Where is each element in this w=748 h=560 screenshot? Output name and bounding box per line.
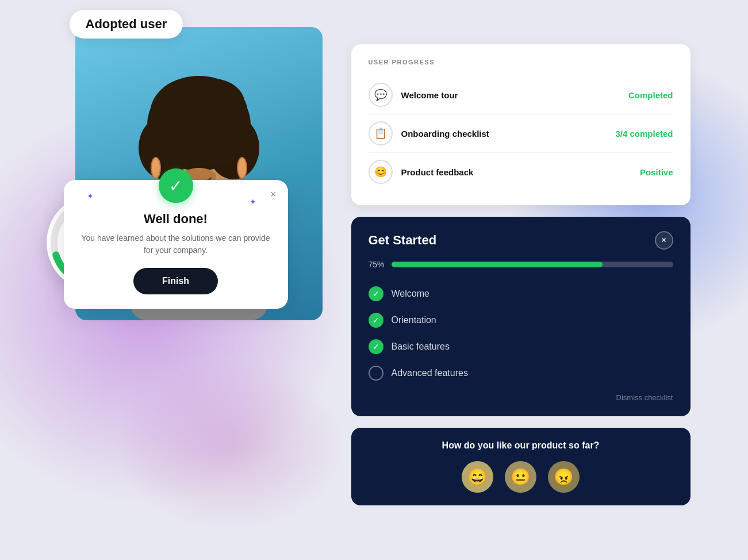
welcome-tour-icon: 💬 bbox=[369, 83, 393, 107]
modal-close-button[interactable]: × bbox=[270, 189, 277, 201]
progress-bar-row: 75% bbox=[369, 260, 673, 269]
check-circle-basic: ✓ bbox=[369, 339, 383, 354]
welcome-tour-status: Completed bbox=[628, 90, 673, 100]
feedback-status: Positive bbox=[640, 167, 673, 177]
progress-item-welcome-tour: 💬 Welcome tour Completed bbox=[369, 76, 673, 114]
svg-point-14 bbox=[151, 158, 160, 178]
check-circle-welcome: ✓ bbox=[369, 286, 383, 301]
get-started-title: Get Started bbox=[369, 233, 437, 248]
success-checkmark: ✓ bbox=[159, 168, 193, 203]
checklist-item-welcome[interactable]: ✓ Welcome bbox=[369, 281, 673, 307]
check-circle-advanced bbox=[369, 366, 383, 381]
sparkle-icon-1: ✦ bbox=[87, 191, 94, 201]
dismiss-checklist-link[interactable]: Dismiss checklist bbox=[369, 393, 673, 402]
progress-bar-fill bbox=[392, 262, 603, 267]
get-started-header: Get Started × bbox=[369, 231, 673, 250]
checklist-label-welcome: Welcome bbox=[392, 289, 429, 299]
main-container: Adopted user bbox=[58, 27, 691, 533]
feedback-icon: 😊 bbox=[369, 160, 393, 184]
onboarding-icon: 📋 bbox=[369, 121, 393, 145]
emoji-angry-button[interactable]: 😠 bbox=[548, 461, 580, 493]
progress-item-feedback: 😊 Product feedback Positive bbox=[369, 153, 673, 191]
left-side: Adopted user bbox=[58, 27, 334, 320]
svg-point-13 bbox=[206, 156, 217, 168]
checklist-item-basic[interactable]: ✓ Basic features bbox=[369, 333, 673, 360]
adopted-user-badge: Adopted user bbox=[70, 10, 183, 39]
modal-title: Well done! bbox=[81, 212, 271, 227]
feedback-question: How do you like our product so far? bbox=[369, 440, 673, 451]
checklist-label-orientation: Orientation bbox=[392, 315, 436, 325]
feedback-card: How do you like our product so far? 😄 😐 … bbox=[351, 428, 691, 505]
emoji-neutral: 😐 bbox=[511, 467, 531, 486]
get-started-close-button[interactable]: × bbox=[655, 231, 673, 250]
emoji-happy-button[interactable]: 😄 bbox=[462, 461, 493, 493]
get-started-card: Get Started × 75% ✓ Welcome ✓ Orientatio… bbox=[351, 217, 691, 416]
feedback-label: Product feedback bbox=[401, 167, 631, 177]
onboarding-status: 3/4 completed bbox=[615, 129, 673, 139]
onboarding-label: Onboarding checklist bbox=[401, 129, 607, 139]
checklist-label-advanced: Advanced features bbox=[392, 368, 468, 378]
success-modal: ✦ ✦ ✓ × Well done! You have learned abou… bbox=[64, 180, 288, 309]
checklist-item-orientation[interactable]: ✓ Orientation bbox=[369, 307, 673, 333]
badge-label: Adopted user bbox=[86, 17, 167, 31]
progress-item-onboarding: 📋 Onboarding checklist 3/4 completed bbox=[369, 114, 673, 153]
emoji-row: 😄 😐 😠 bbox=[369, 461, 673, 493]
emoji-neutral-button[interactable]: 😐 bbox=[505, 461, 536, 493]
progress-percent-label: 75% bbox=[369, 260, 385, 269]
welcome-tour-label: Welcome tour bbox=[401, 90, 620, 100]
modal-description: You have learned about the solutions we … bbox=[81, 232, 271, 256]
right-side: USER PROGRESS 💬 Welcome tour Completed 📋… bbox=[351, 27, 691, 505]
user-progress-card: USER PROGRESS 💬 Welcome tour Completed 📋… bbox=[351, 44, 691, 205]
sparkle-icon-2: ✦ bbox=[250, 197, 256, 206]
emoji-happy: 😄 bbox=[467, 467, 488, 486]
svg-point-10 bbox=[182, 79, 245, 131]
emoji-angry: 😠 bbox=[554, 467, 574, 486]
svg-point-15 bbox=[237, 158, 247, 178]
progress-bar-track bbox=[392, 262, 673, 267]
svg-point-12 bbox=[181, 156, 192, 168]
progress-card-title: USER PROGRESS bbox=[369, 59, 673, 66]
finish-button[interactable]: Finish bbox=[133, 268, 218, 294]
checklist-item-advanced[interactable]: Advanced features bbox=[369, 360, 673, 386]
check-circle-orientation: ✓ bbox=[369, 313, 383, 328]
checklist-label-basic: Basic features bbox=[392, 342, 450, 352]
